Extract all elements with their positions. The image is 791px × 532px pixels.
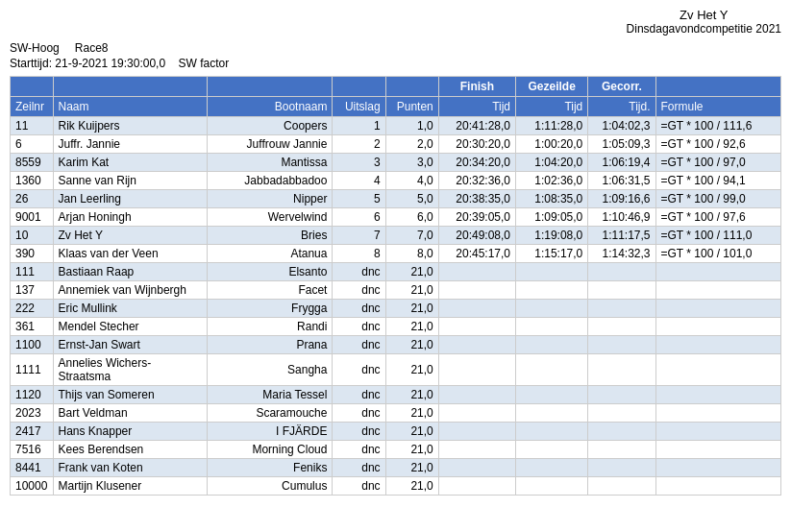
results-table: Finish Gezeilde Gecorr. Zeilnr Naam Boot… [10,76,781,496]
cell-uitslag: dnc [333,404,385,423]
cell-punten: 2,0 [385,135,438,154]
table-row: 390Klaas van der VeenAtanua88,020:45:17,… [11,245,781,263]
cell-finish-tijd: 20:38:35,0 [438,190,515,208]
cell-uitslag: dnc [333,263,385,281]
sw-factor-label: SW factor [178,57,229,70]
table-row: 111Bastiaan RaapElsantodnc21,0 [11,263,781,281]
cell-zeilnr: 1100 [11,336,54,354]
cell-uitslag: dnc [333,354,385,386]
cell-bootnaam: Mantissa [208,154,333,172]
table-row: 2417Hans KnapperI FJÄRDEdnc21,0 [11,423,781,441]
cell-formule [655,459,781,477]
table-row: 1360Sanne van RijnJabbadabbadoo44,020:32… [11,172,781,190]
cell-gecorr-tijd [588,441,655,459]
cell-formule: =GT * 100 / 99,0 [655,190,781,208]
cell-finish-tijd: 20:41:28,0 [438,117,515,135]
cell-zeilnr: 10000 [11,477,54,496]
cell-zeilnr: 390 [11,245,54,263]
cell-uitslag: 4 [333,172,385,190]
table-row: 10000Martijn KlusenerCumulusdnc21,0 [11,477,781,496]
cell-uitslag: 2 [333,135,385,154]
cell-formule: =GT * 100 / 97,6 [655,208,781,227]
cell-zeilnr: 137 [11,281,54,300]
cell-gezeilde-tijd: 1:00:20,0 [516,135,588,154]
cell-gecorr-tijd [588,300,655,318]
cell-finish-tijd [438,318,515,336]
cell-punten: 7,0 [385,227,438,245]
meta-row-2: Starttijd: 21-9-2021 19:30:00,0 SW facto… [10,57,781,70]
cell-zeilnr: 1120 [11,386,54,404]
th-naam-empty [53,77,208,97]
cell-naam: Jan Leerling [53,190,208,208]
cell-punten: 21,0 [385,386,438,404]
cell-gecorr-tijd [588,423,655,441]
cell-zeilnr: 11 [11,117,54,135]
cell-bootnaam: Elsanto [208,263,333,281]
cell-gezeilde-tijd [516,459,588,477]
cell-finish-tijd [438,263,515,281]
cell-finish-tijd: 20:32:36,0 [438,172,515,190]
table-row: 137Annemiek van WijnberghFacetdnc21,0 [11,281,781,300]
cell-punten: 21,0 [385,354,438,386]
cell-gezeilde-tijd [516,404,588,423]
cell-naam: Mendel Stecher [53,318,208,336]
cell-gecorr-tijd: 1:06:19,4 [588,154,655,172]
cell-gezeilde-tijd: 1:08:35,0 [516,190,588,208]
cell-naam: Zv Het Y [53,227,208,245]
cell-punten: 6,0 [385,208,438,227]
cell-gecorr-tijd: 1:09:16,6 [588,190,655,208]
th-gecorr-group: Gecorr. [588,77,655,97]
cell-formule [655,404,781,423]
cell-formule: =GT * 100 / 94,1 [655,172,781,190]
th-gezeilde-group: Gezeilde [516,77,588,97]
cell-finish-tijd [438,441,515,459]
cell-bootnaam: Bries [208,227,333,245]
cell-gezeilde-tijd [516,263,588,281]
table-row: 222Eric MullinkFryggadnc21,0 [11,300,781,318]
cell-bootnaam: Juffrouw Jannie [208,135,333,154]
th-uitslag: Uitslag [333,97,385,117]
cell-punten: 21,0 [385,477,438,496]
th-formule-empty [655,77,781,97]
cell-gecorr-tijd [588,404,655,423]
page-subtitle: Dinsdagavondcompetitie 2021 [627,22,781,36]
cell-gecorr-tijd [588,459,655,477]
sw-hoog-label: SW-Hoog [10,41,60,55]
cell-uitslag: dnc [333,336,385,354]
table-row: 9001Arjan HoninghWervelwind66,020:39:05,… [11,208,781,227]
cell-finish-tijd [438,300,515,318]
cell-naam: Rik Kuijpers [53,117,208,135]
cell-finish-tijd [438,423,515,441]
cell-gezeilde-tijd [516,423,588,441]
cell-finish-tijd [438,477,515,496]
column-header-row: Zeilnr Naam Bootnaam Uitslag Punten Tijd… [11,97,781,117]
th-formule: Formule [655,97,781,117]
cell-naam: Bastiaan Raap [53,263,208,281]
cell-bootnaam: Sangha [208,354,333,386]
cell-bootnaam: Jabbadabbadoo [208,172,333,190]
table-body: 11Rik KuijpersCoopers11,020:41:28,01:11:… [11,117,781,496]
cell-punten: 21,0 [385,318,438,336]
cell-gezeilde-tijd [516,318,588,336]
th-punten-empty [385,77,438,97]
cell-formule [655,263,781,281]
th-zeilnr: Zeilnr [11,97,54,117]
cell-zeilnr: 2417 [11,423,54,441]
cell-zeilnr: 7516 [11,441,54,459]
th-naam: Naam [53,97,208,117]
cell-bootnaam: Scaramouche [208,404,333,423]
cell-bootnaam: Nipper [208,190,333,208]
th-uitslag-empty [333,77,385,97]
cell-bootnaam: Cumulus [208,477,333,496]
cell-gecorr-tijd [588,354,655,386]
cell-gezeilde-tijd: 1:02:36,0 [516,172,588,190]
meta-row-1: SW-Hoog Race8 [10,41,781,55]
cell-formule [655,423,781,441]
cell-gezeilde-tijd [516,477,588,496]
table-row: 8441Frank van KotenFeniksdnc21,0 [11,459,781,477]
cell-finish-tijd [438,281,515,300]
cell-gezeilde-tijd [516,336,588,354]
cell-naam: Annemiek van Wijnbergh [53,281,208,300]
cell-zeilnr: 222 [11,300,54,318]
cell-naam: Sanne van Rijn [53,172,208,190]
